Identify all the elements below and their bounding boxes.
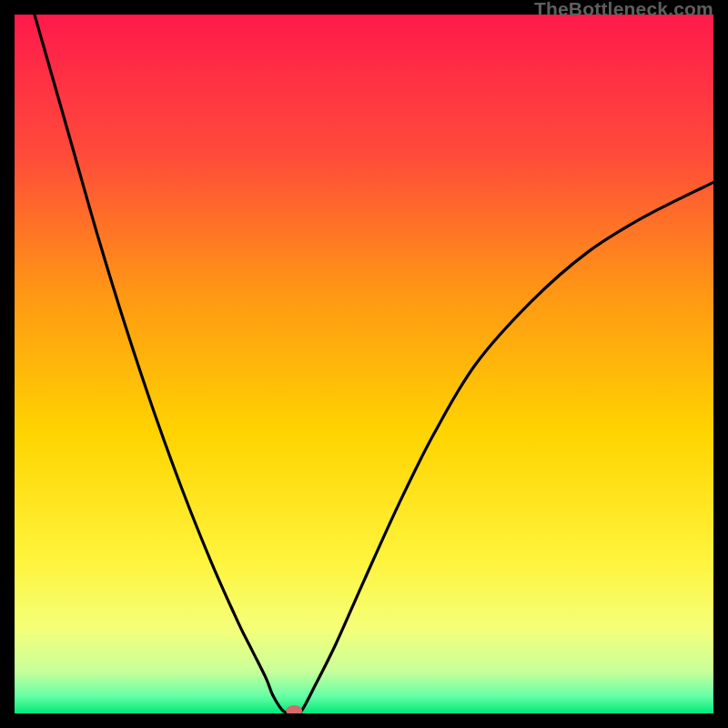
bottleneck-chart — [15, 15, 713, 713]
chart-background — [15, 15, 713, 713]
watermark-text: TheBottleneck.com — [534, 0, 713, 20]
chart-frame — [15, 15, 713, 713]
